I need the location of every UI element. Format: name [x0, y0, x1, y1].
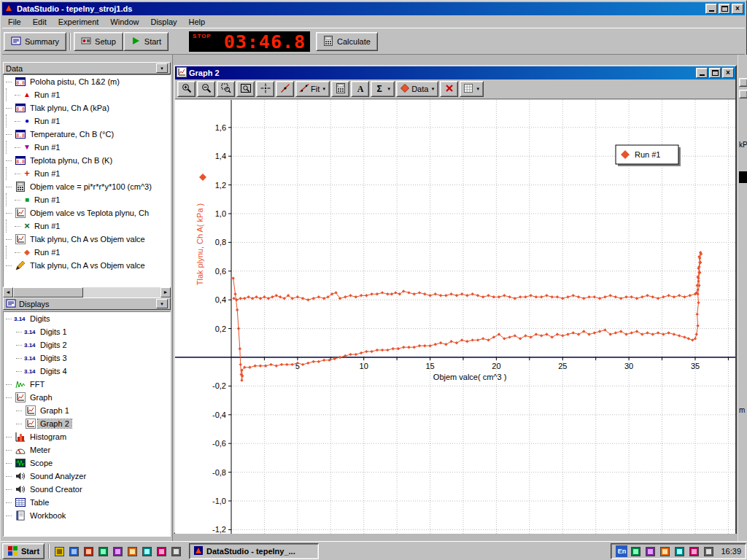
graph-settings-button[interactable]: ▼	[460, 81, 484, 97]
data-source-item[interactable]: 8.8Temperature, Ch B (°C)	[4, 128, 170, 141]
text-annotation-button[interactable]: A	[351, 81, 369, 97]
display-item-digits-1[interactable]: 3.14Digits 1	[4, 325, 170, 338]
menu-help[interactable]: Help	[183, 16, 212, 28]
digits-icon: 3.14	[23, 327, 38, 337]
scale-to-fit-button[interactable]	[236, 81, 255, 97]
display-item-digits-3[interactable]: 3.14Digits 3	[4, 351, 170, 365]
displays-panel-dropdown-button[interactable]: ▼	[156, 299, 168, 308]
display-item-sound-creator[interactable]: Sound Creator	[4, 483, 170, 496]
tray-icon-6[interactable]	[703, 545, 715, 558]
graph-minimize-button[interactable]	[696, 68, 708, 78]
remove-button[interactable]	[440, 81, 458, 97]
language-indicator[interactable]: En	[616, 545, 627, 557]
display-item-digits[interactable]: 3.14Digits	[4, 312, 170, 325]
quicklaunch-icon-1[interactable]	[53, 545, 66, 558]
data-source-item[interactable]: 8.8Tlak plynu, Ch A (kPa)	[4, 101, 170, 114]
start-menu-button[interactable]: Start	[2, 543, 44, 559]
display-item-sound-analyzer[interactable]: Sound Analyzer	[4, 470, 170, 483]
menu-edit[interactable]: Edit	[27, 16, 53, 28]
graph-plot[interactable]: 1,61,41,21,00,80,60,40,2-0,2-0,4-0,6-0,8…	[175, 100, 735, 534]
tray-icon-3[interactable]	[659, 545, 671, 558]
quicklaunch-icon-4[interactable]	[97, 545, 109, 558]
display-item-fft[interactable]: FFT	[4, 378, 170, 391]
data-source-item[interactable]: Tlak plynu, Ch A vs Objem valce	[4, 259, 170, 272]
display-item-table[interactable]: Table	[4, 496, 170, 509]
display-item-graph[interactable]: Graph	[4, 391, 170, 404]
tray-icon-4[interactable]	[673, 545, 686, 558]
close-button[interactable]: ×	[732, 4, 743, 14]
run-item[interactable]: ■Run #1	[4, 193, 170, 206]
scroll-left-button[interactable]: ◄	[3, 287, 13, 298]
taskbar-task-button[interactable]: DataStudio - tepelny_...	[189, 543, 319, 559]
run-item[interactable]: ▼Run #1	[4, 141, 170, 154]
datastudio-app-window: DataStudio - tepelny_stroj1.ds × FileEdi…	[0, 0, 747, 560]
display-item-histogram[interactable]: Histogram	[4, 430, 170, 443]
data-source-label: Objem valce = pi*r*r*y*100 (cm^3)	[28, 182, 154, 191]
run-item[interactable]: ▲Run #1	[4, 88, 170, 101]
slope-tool-button[interactable]	[276, 81, 294, 97]
run-item[interactable]: +Run #1	[4, 167, 170, 180]
menu-window[interactable]: Window	[104, 16, 144, 28]
statistics-button[interactable]: Σ▼	[371, 81, 395, 97]
menu-file[interactable]: File	[2, 16, 27, 28]
data-source-item[interactable]: Tlak plynu, Ch A vs Objem valce	[4, 233, 170, 246]
summary-button[interactable]: Summary	[4, 32, 66, 51]
data-panel-dropdown-button[interactable]: ▼	[156, 63, 168, 73]
run-item[interactable]: ◆Run #1	[4, 246, 170, 259]
maximize-button[interactable]	[719, 4, 730, 14]
run-item[interactable]: ×Run #1	[4, 219, 170, 233]
menu-display[interactable]: Display	[144, 16, 182, 28]
zoom-out-button[interactable]	[197, 81, 215, 97]
menu-experiment[interactable]: Experiment	[53, 16, 105, 28]
display-item-digits-4[interactable]: 3.14Digits 4	[4, 365, 170, 378]
graph-maximize-button[interactable]	[709, 68, 721, 78]
data-button[interactable]: Data▼	[396, 81, 438, 97]
data-tree-hscrollbar[interactable]: ◄ ►	[3, 287, 171, 298]
display-item-digits-2[interactable]: 3.14Digits 2	[4, 338, 170, 351]
quicklaunch-icon-7[interactable]	[141, 545, 153, 558]
quick-launch-bar	[53, 545, 182, 558]
scroll-right-button[interactable]: ►	[160, 287, 171, 298]
plot-area[interactable]: 1,61,41,21,00,80,60,40,2-0,2-0,4-0,6-0,8…	[175, 100, 735, 534]
svg-text:-0,2: -0,2	[212, 381, 226, 390]
calculate-button[interactable]: Calculate	[316, 32, 378, 51]
quicklaunch-icon-6[interactable]	[126, 545, 139, 558]
display-item-workbook[interactable]: Workbook	[4, 509, 170, 522]
display-item-meter[interactable]: Meter	[4, 443, 170, 456]
graph-window-titlebar[interactable]: Graph 2 ×	[175, 66, 735, 79]
zoom-select-button[interactable]	[217, 81, 235, 97]
calculate-button[interactable]	[331, 81, 349, 97]
start-button[interactable]: Start	[123, 32, 169, 51]
quicklaunch-icon-8[interactable]	[155, 545, 168, 558]
background-window-button[interactable]	[739, 90, 747, 98]
quicklaunch-icon-9[interactable]	[170, 545, 182, 558]
zoom-in-button[interactable]	[177, 81, 196, 97]
graph-toolbar: Fit▼AΣ▼Data▼▼	[175, 79, 735, 99]
tray-icon-1[interactable]	[630, 545, 642, 558]
data-source-item[interactable]: 8.8Teplota plynu, Ch B (K)	[4, 154, 170, 167]
data-source-item[interactable]: 8.8Poloha pistu, Ch 1&2 (m)	[4, 75, 170, 88]
data-source-item[interactable]: Objem valce = pi*r*r*y*100 (cm^3)	[4, 180, 170, 193]
fit-button[interactable]: Fit▼	[295, 81, 330, 97]
display-item-graph-2[interactable]: Graph 2	[4, 417, 170, 430]
tray-icon-5[interactable]	[688, 545, 700, 558]
data-source-item[interactable]: Objem valce vs Teplota plynu, Ch	[4, 206, 170, 219]
pen-icon	[13, 260, 28, 271]
scrollbar-track[interactable]	[13, 287, 160, 298]
tree-connector	[6, 319, 12, 319]
quicklaunch-icon-3[interactable]	[82, 545, 95, 558]
graph-close-button[interactable]: ×	[722, 68, 734, 78]
quicklaunch-icon-5[interactable]	[112, 545, 124, 558]
display-item-scope[interactable]: Scope	[4, 456, 170, 470]
minimize-button[interactable]	[705, 4, 717, 14]
display-item-graph-1[interactable]: Graph 1	[4, 404, 170, 417]
tray-icon-2[interactable]	[644, 545, 657, 558]
smart-tool-button[interactable]	[256, 81, 274, 97]
quicklaunch-icon-2[interactable]	[68, 545, 80, 558]
scrollbar-thumb[interactable]	[13, 287, 83, 298]
background-window-button[interactable]	[739, 78, 747, 87]
start-menu-label: Start	[21, 547, 39, 556]
run-item[interactable]: ●Run #1	[4, 114, 170, 128]
titlebar[interactable]: DataStudio - tepelny_stroj1.ds ×	[2, 2, 745, 15]
setup-button[interactable]: Setup	[74, 32, 123, 51]
